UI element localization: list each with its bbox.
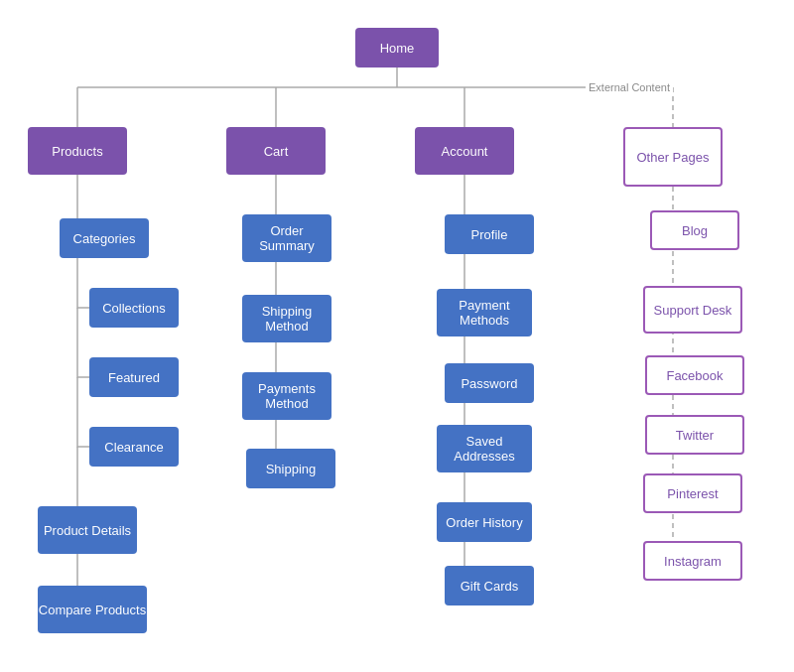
saved-addresses-node: Saved Addresses — [437, 425, 532, 472]
pinterest-node: Pinterest — [643, 473, 742, 513]
shipping-method-node: Shipping Method — [242, 295, 331, 342]
featured-node: Featured — [89, 357, 179, 397]
compare-products-node: Compare Products — [38, 586, 147, 633]
profile-node: Profile — [445, 214, 534, 254]
payments-method-node: Payments Method — [242, 372, 331, 420]
collections-node: Collections — [89, 288, 179, 328]
order-summary-node: Order Summary — [242, 214, 331, 262]
account-node: Account — [415, 127, 514, 175]
otherpages-node: Other Pages — [623, 127, 723, 187]
instagram-node: Instagram — [643, 541, 742, 581]
support-desk-node: Support Desk — [643, 286, 742, 334]
password-node: Password — [445, 363, 534, 403]
home-node: Home — [355, 28, 439, 67]
products-node: Products — [28, 127, 127, 175]
cart-node: Cart — [226, 127, 326, 175]
twitter-node: Twitter — [645, 415, 744, 455]
order-history-node: Order History — [437, 502, 532, 542]
payment-methods-node: Payment Methods — [437, 289, 532, 336]
blog-node: Blog — [650, 210, 739, 250]
shipping-node: Shipping — [246, 449, 335, 488]
external-content-label: External Content — [586, 81, 673, 93]
gift-cards-node: Gift Cards — [445, 566, 534, 605]
clearance-node: Clearance — [89, 427, 179, 467]
facebook-node: Facebook — [645, 355, 744, 395]
categories-node: Categories — [60, 218, 149, 258]
product-details-node: Product Details — [38, 506, 137, 554]
sitemap-diagram: External Content Home Products Cart Acco… — [0, 0, 794, 672]
